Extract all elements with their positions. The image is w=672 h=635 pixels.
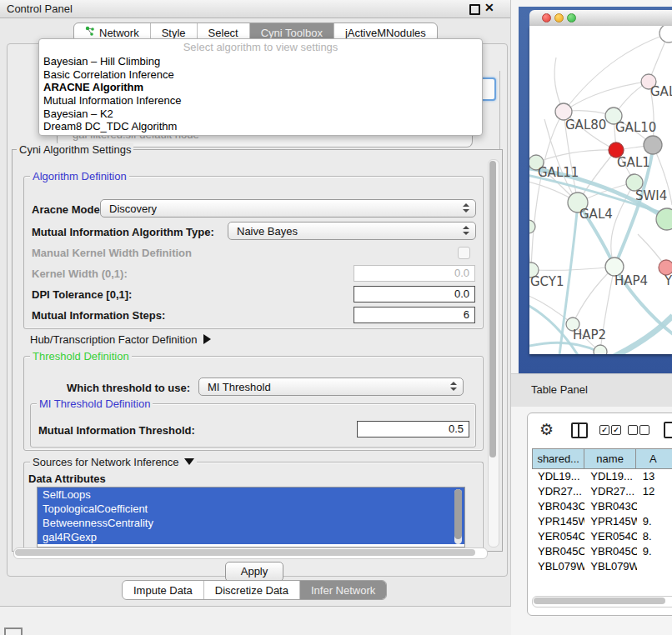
column-header[interactable]: name xyxy=(584,448,635,469)
algorithm-option[interactable]: Mutual Information Inference xyxy=(39,94,482,108)
settings-vertical-scrollbar[interactable] xyxy=(488,159,499,548)
threshold-definition-title: Threshold Definition xyxy=(30,350,132,362)
tab-infer-label: Infer Network xyxy=(311,584,375,597)
table-cell[interactable]: YER054C xyxy=(584,529,637,544)
aracne-mode-combo[interactable]: Discovery xyxy=(100,199,476,218)
table-cell[interactable]: YPR145W xyxy=(584,514,637,529)
column-layout-icon[interactable] xyxy=(571,422,588,438)
table-cell[interactable]: 13 xyxy=(637,469,672,484)
table-row[interactable]: YER054CYER054C8. xyxy=(532,529,672,544)
table-cell[interactable]: 12 xyxy=(637,484,672,499)
which-threshold-combo[interactable]: MI Threshold xyxy=(198,378,464,396)
table-row[interactable]: YDL19...YDL19...13 xyxy=(532,469,672,484)
table-cell[interactable]: YDR27... xyxy=(584,484,637,499)
column-header[interactable]: shared... xyxy=(532,448,584,469)
table-cell[interactable]: YBR043C xyxy=(532,499,584,514)
settings-hscroll-thumb[interactable] xyxy=(15,549,475,556)
table-panel-title: Table Panel xyxy=(531,383,588,396)
network-node[interactable] xyxy=(644,136,662,154)
mi-type-combo[interactable]: Naive Bayes xyxy=(228,222,476,240)
table-cell[interactable]: 8. xyxy=(637,529,672,544)
minimized-panel-icon[interactable] xyxy=(4,628,23,635)
table-cell[interactable]: YBR045C xyxy=(584,544,637,559)
deselect-all-checkbox-icon[interactable] xyxy=(628,425,638,435)
table-cell[interactable]: YLR345W xyxy=(584,574,637,575)
mi-threshold-input[interactable]: 0.5 xyxy=(357,421,469,438)
table-cell[interactable] xyxy=(637,499,672,514)
algorithm-option[interactable]: Dream8 DC_TDC Algorithm xyxy=(39,120,482,133)
network-node[interactable] xyxy=(659,26,672,42)
table-row[interactable]: YBR045CYBR045C9. xyxy=(532,544,672,559)
aracne-mode-value: Discovery xyxy=(109,202,157,215)
table-row[interactable]: YDR27...YDR27...12 xyxy=(532,484,672,499)
kernel-width-input[interactable]: 0.0 xyxy=(354,265,475,282)
mi-steps-input[interactable]: 6 xyxy=(354,307,475,323)
table-cell[interactable]: YPR145W xyxy=(532,514,584,529)
tab-infer-network[interactable]: Infer Network xyxy=(300,581,386,599)
table-cell[interactable]: YLR345W xyxy=(532,574,584,575)
table-cell[interactable]: YBL079W xyxy=(584,559,637,574)
network-node-label: HAP2 xyxy=(573,328,606,342)
data-attributes-list[interactable]: SelfLoopsTopologicalCoefficientBetweenne… xyxy=(37,487,465,548)
tab-discretize-data[interactable]: Discretize Data xyxy=(204,581,300,599)
attribute-item[interactable]: TopologicalCoefficient xyxy=(38,502,464,516)
mi-threshold-title: MI Threshold Definition xyxy=(37,398,153,410)
dpi-tolerance-input[interactable]: 0.0 xyxy=(354,286,475,302)
apply-button[interactable]: Apply xyxy=(225,562,283,582)
tab-impute-label: Impute Data xyxy=(133,584,193,597)
table-hscroll-thumb[interactable] xyxy=(534,598,665,604)
hub-definition-toggle[interactable]: Hub/Transcription Factor Definition xyxy=(30,333,211,346)
network-view-canvas[interactable]: GALGAL80GAL10GAL1GAL11SWI4GAL4GCY1HAP4YH… xyxy=(529,26,672,354)
algorithm-option[interactable]: Basic Correlation Inference xyxy=(39,68,482,82)
network-window-titlebar[interactable] xyxy=(529,10,672,27)
table-row[interactable]: YBL079WYBL079W xyxy=(532,559,672,574)
attribute-item[interactable]: SelfLoops xyxy=(38,488,464,502)
table-cell[interactable]: YBR043C xyxy=(584,499,637,514)
table-cell[interactable]: 9. xyxy=(637,574,672,575)
algorithm-option[interactable]: Bayesian – K2 xyxy=(39,108,482,121)
combo-arrows-icon xyxy=(450,382,457,391)
tab-impute-data[interactable]: Impute Data xyxy=(123,581,204,599)
algorithm-option[interactable]: Bayesian – Hill Climbing xyxy=(39,55,482,68)
settings-horizontal-scrollbar[interactable] xyxy=(13,548,488,559)
table-cell[interactable]: YBR045C xyxy=(532,544,584,559)
table-cell[interactable]: 9. xyxy=(637,514,672,529)
table-row[interactable]: YBR043CYBR043C xyxy=(532,499,672,514)
table-cell[interactable]: YDR27... xyxy=(532,484,584,499)
table-cell[interactable]: YDL19... xyxy=(532,469,584,484)
table-cell[interactable]: YER054C xyxy=(532,529,584,544)
manual-kernel-label: Manual Kernel Width Definition xyxy=(32,247,192,259)
select-all-checkbox-icon2[interactable]: ✓ xyxy=(611,425,621,435)
attribute-item[interactable]: BetweennessCentrality xyxy=(38,516,464,530)
zoom-traffic-light[interactable] xyxy=(567,13,576,22)
partial-toolbar-icon[interactable] xyxy=(664,422,672,438)
algorithm-option[interactable]: ARACNE Algorithm xyxy=(39,81,482,94)
minimize-traffic-light[interactable] xyxy=(554,13,564,22)
mi-type-label: Mutual Information Algorithm Type: xyxy=(32,226,214,238)
float-window-icon[interactable] xyxy=(469,4,480,15)
network-node[interactable] xyxy=(594,345,607,354)
tab-style-label: Style xyxy=(162,27,186,39)
close-icon[interactable]: ✕ xyxy=(484,1,494,14)
expand-arrow-icon xyxy=(203,334,211,344)
network-node[interactable] xyxy=(656,208,672,230)
column-header[interactable]: A xyxy=(635,448,672,469)
table-cell[interactable]: YBL079W xyxy=(532,559,584,574)
table-cell[interactable]: 9. xyxy=(637,544,672,559)
deselect-all-checkbox-icon2[interactable] xyxy=(639,425,649,435)
sources-toggle[interactable]: Sources for Network Inference xyxy=(30,456,197,468)
attributes-scrollbar[interactable] xyxy=(454,489,462,544)
table-row[interactable]: YPR145WYPR145W9. xyxy=(532,514,672,529)
attribute-item[interactable]: gal4RGexp xyxy=(38,530,464,544)
manual-kernel-checkbox[interactable] xyxy=(458,247,470,259)
close-traffic-light[interactable] xyxy=(542,13,551,22)
table-row[interactable]: YLR345WYLR345W9. xyxy=(532,574,672,575)
table-horizontal-scrollbar[interactable] xyxy=(532,596,672,608)
gear-icon[interactable]: ⚙ xyxy=(539,420,554,439)
table-cell[interactable]: YDL19... xyxy=(584,469,637,484)
network-node-label: GAL10 xyxy=(615,120,656,135)
select-all-checkbox-icon[interactable]: ✓ xyxy=(599,425,609,435)
attributes-scrollbar-thumb[interactable] xyxy=(454,489,462,539)
settings-vscroll-thumb[interactable] xyxy=(489,161,496,458)
table-cell[interactable] xyxy=(637,559,672,574)
